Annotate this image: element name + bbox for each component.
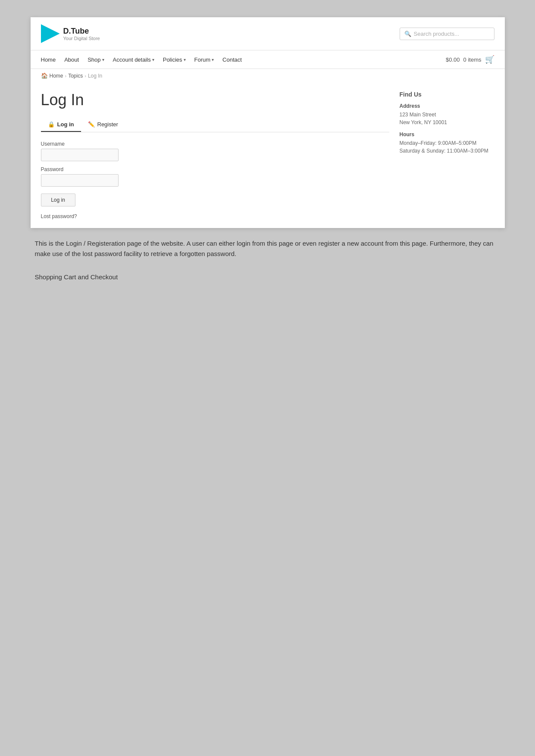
search-bar[interactable]: 🔍 Search products... bbox=[400, 28, 494, 40]
lost-password-link[interactable]: Lost password? bbox=[41, 213, 389, 219]
logo-icon bbox=[41, 24, 60, 43]
password-label: Password bbox=[41, 166, 170, 172]
nav-item-account[interactable]: Account details ▾ bbox=[113, 56, 154, 63]
username-input[interactable] bbox=[41, 149, 119, 161]
hours-text: Monday–Friday: 9:00AM–5:00PM Saturday & … bbox=[400, 139, 494, 155]
page-title: Log In bbox=[41, 91, 389, 109]
main-content: Log In 🔒 Log in ✏️ Register Username bbox=[31, 82, 505, 228]
lock-icon: 🔒 bbox=[48, 121, 55, 128]
page-wrapper: D.Tube Your Digital Store 🔍 Search produ… bbox=[31, 17, 505, 228]
logo-title: D.Tube bbox=[63, 27, 100, 36]
username-label: Username bbox=[41, 141, 170, 147]
login-form: Username Password Log in bbox=[41, 141, 170, 206]
tab-register[interactable]: ✏️ Register bbox=[81, 118, 125, 132]
password-input[interactable] bbox=[41, 174, 119, 187]
nav-item-policies[interactable]: Policies ▾ bbox=[163, 56, 186, 63]
site-header: D.Tube Your Digital Store 🔍 Search produ… bbox=[31, 17, 505, 50]
address-section-title: Address bbox=[400, 103, 494, 109]
address-line1: 123 Main Street bbox=[400, 112, 436, 118]
site-nav: Home About Shop ▾ Account details ▾ Poli… bbox=[31, 50, 505, 69]
shop-dropdown-arrow: ▾ bbox=[102, 57, 104, 62]
search-icon: 🔍 bbox=[404, 31, 411, 37]
nav-item-shop[interactable]: Shop ▾ bbox=[88, 56, 104, 63]
logo-subtitle: Your Digital Store bbox=[63, 36, 100, 41]
tab-login[interactable]: 🔒 Log in bbox=[41, 118, 81, 132]
hours-weekday: Monday–Friday: 9:00AM–5:00PM bbox=[400, 140, 477, 146]
breadcrumb-current: Log In bbox=[88, 73, 102, 79]
cart-area: $0.00 0 items 🛒 bbox=[446, 55, 494, 64]
address-text: 123 Main Street New York, NY 10001 bbox=[400, 111, 494, 126]
sidebar-right: Find Us Address 123 Main Street New York… bbox=[400, 91, 494, 219]
forum-dropdown-arrow: ▾ bbox=[212, 57, 214, 62]
search-placeholder: Search products... bbox=[414, 31, 460, 37]
breadcrumb-sep-1: › bbox=[65, 73, 67, 78]
logo-area[interactable]: D.Tube Your Digital Store bbox=[41, 24, 100, 43]
nav-item-contact[interactable]: Contact bbox=[222, 56, 242, 63]
find-us-title: Find Us bbox=[400, 91, 494, 98]
cart-price: $0.00 bbox=[446, 56, 460, 63]
content-left: Log In 🔒 Log in ✏️ Register Username bbox=[41, 91, 389, 219]
login-tabs: 🔒 Log in ✏️ Register bbox=[41, 118, 389, 132]
breadcrumb-sep-2: › bbox=[84, 73, 86, 78]
nav-item-home[interactable]: Home bbox=[41, 56, 56, 63]
body-description: This is the Login / Registeration page o… bbox=[31, 238, 505, 282]
home-icon: 🏠 bbox=[41, 72, 48, 79]
password-group: Password bbox=[41, 166, 170, 187]
tab-login-label: Log in bbox=[57, 121, 74, 128]
breadcrumb-topics[interactable]: Topics bbox=[68, 73, 83, 79]
cart-items-count: 0 items bbox=[463, 56, 482, 63]
logo-text-block: D.Tube Your Digital Store bbox=[63, 27, 100, 41]
nav-item-about[interactable]: About bbox=[64, 56, 79, 63]
cart-icon[interactable]: 🛒 bbox=[485, 55, 494, 64]
breadcrumb-home[interactable]: Home bbox=[50, 73, 63, 79]
tab-register-label: Register bbox=[97, 121, 118, 128]
hours-weekend: Saturday & Sunday: 11:00AM–3:00PM bbox=[400, 148, 488, 154]
pencil-icon: ✏️ bbox=[88, 121, 95, 128]
hours-section-title: Hours bbox=[400, 131, 494, 137]
account-dropdown-arrow: ▾ bbox=[152, 57, 154, 62]
username-group: Username bbox=[41, 141, 170, 161]
breadcrumb: 🏠 Home › Topics › Log In bbox=[31, 69, 505, 82]
address-line2: New York, NY 10001 bbox=[400, 119, 447, 125]
policies-dropdown-arrow: ▾ bbox=[184, 57, 186, 62]
next-section-link[interactable]: Shopping Cart and Checkout bbox=[35, 272, 501, 282]
login-button[interactable]: Log in bbox=[41, 194, 75, 206]
description-text: This is the Login / Registeration page o… bbox=[35, 238, 501, 259]
nav-item-forum[interactable]: Forum ▾ bbox=[194, 56, 214, 63]
